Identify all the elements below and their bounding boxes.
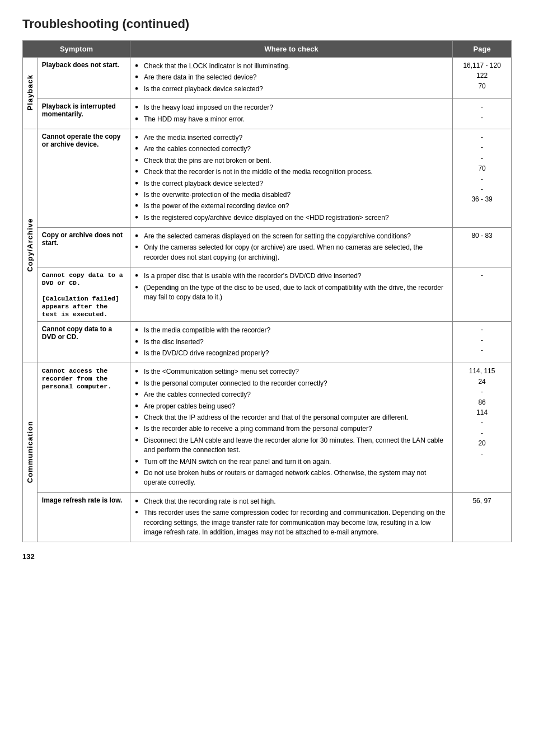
check-cell: ●Is the media compatible with the record…: [130, 322, 453, 363]
check-item: ●Is the correct playback device selected…: [135, 179, 448, 189]
symptom-cell: Cannot access the recorder from the pers…: [37, 363, 130, 492]
check-list: ●Is the heavy load imposed on the record…: [135, 102, 448, 125]
section-label-text: Copy/Archive: [26, 218, 34, 272]
page-value: -: [481, 449, 483, 459]
check-item: ●Are the media inserted correctly?: [135, 133, 448, 143]
section-label-playback: Playback: [23, 58, 38, 129]
page-title: Troubleshooting (continued): [22, 17, 512, 31]
page-value: 70: [478, 164, 485, 173]
page-value: 16,117 - 120: [463, 61, 500, 71]
page-value: -: [481, 336, 483, 345]
check-cell: ●Check that the LOCK indicator is not il…: [130, 58, 453, 99]
check-item: ●Check that the IP address of the record…: [135, 412, 448, 423]
page-value: -: [481, 325, 483, 335]
check-item: (Depending on the type of the disc to be…: [135, 283, 448, 303]
check-item: ●Check that the recorder is not in the m…: [135, 167, 448, 177]
page-cell: --: [453, 99, 512, 129]
page-value: -: [481, 429, 483, 438]
symptom-cell: Cannot operate the copy or archive devic…: [37, 129, 130, 227]
page-cell: 114, 11524-86114--20-: [453, 363, 512, 492]
header-check: Where to check: [130, 41, 453, 58]
check-cell: ●Is the heavy load imposed on the record…: [130, 99, 453, 129]
check-list: ●Are the selected cameras displayed on t…: [135, 231, 448, 263]
page-number: 132: [22, 552, 512, 561]
page-value: 80 - 83: [471, 231, 492, 241]
check-item: ●Is the registered copy/archive device d…: [135, 213, 448, 223]
check-item: ●Check that the LOCK indicator is not il…: [135, 61, 448, 72]
check-list: ●Is the <Communication setting> menu set…: [135, 367, 448, 488]
check-list: ●Are the media inserted correctly?●Are t…: [135, 133, 448, 223]
page-value: 70: [478, 82, 485, 91]
check-item: ●Check that the recording rate is not se…: [135, 496, 448, 507]
check-item: ●Are the selected cameras displayed on t…: [135, 231, 448, 242]
check-item: This recorder uses the same compression …: [135, 508, 448, 538]
check-item: ●Do not use broken hubs or routers or da…: [135, 468, 448, 489]
check-item: ●Is the DVD/CD drive recognized properly…: [135, 348, 448, 359]
page-value: 56, 97: [472, 496, 491, 506]
check-cell: ●Is a proper disc that is usable with th…: [130, 267, 453, 322]
check-item: ●Are the cables connected correctly?: [135, 144, 448, 154]
check-item: ●Is the <Communication setting> menu set…: [135, 367, 448, 377]
check-item: ●Turn off the MAIN switch on the rear pa…: [135, 457, 448, 467]
check-cell: ●Is the <Communication setting> menu set…: [130, 363, 453, 492]
check-list: ●Is a proper disc that is usable with th…: [135, 271, 448, 303]
symptom-cell: Playback does not start.: [37, 58, 130, 99]
check-item: ●Is the recorder able to receive a ping …: [135, 424, 448, 434]
check-item: ●Is the correct playback device selected…: [135, 84, 448, 95]
table-row: Copy or archive does not start.●Are the …: [23, 228, 512, 267]
check-item: ●Are the cables connected correctly?: [135, 389, 448, 400]
page-cell: 16,117 - 12012270: [453, 58, 512, 99]
check-item: ●Is the power of the external recording …: [135, 201, 448, 212]
check-item: ●Are there data in the selected device?: [135, 72, 448, 83]
page-value: -: [481, 154, 483, 163]
page-value: -: [481, 271, 483, 280]
check-list: ●Is the media compatible with the record…: [135, 325, 448, 359]
check-item: ●The HDD may have a minor error.: [135, 114, 448, 125]
table-row: Cannot copy data to a DVD or CD.●Is the …: [23, 322, 512, 363]
symptom-cell: Cannot copy data to a DVD or CD.[Calcula…: [37, 267, 130, 322]
table-row: CommunicationCannot access the recorder …: [23, 363, 512, 492]
page-value: 20: [478, 439, 485, 448]
check-item: ●Disconnect the LAN cable and leave the …: [135, 435, 448, 456]
check-item: ●Is the personal computer connected to t…: [135, 378, 448, 389]
section-label-text: Playback: [26, 74, 34, 110]
header-symptom: Symptom: [23, 41, 130, 58]
section-label-text: Communication: [26, 421, 34, 483]
table-row: Cannot copy data to a DVD or CD.[Calcula…: [23, 267, 512, 322]
section-label-copy-archive: Copy/Archive: [23, 129, 38, 363]
page-value: 114: [476, 408, 488, 417]
page-value: 36 - 39: [471, 195, 492, 204]
table-row: Playback is interrupted momentarily.●Is …: [23, 99, 512, 129]
page-value: -: [481, 387, 483, 397]
check-item: ●Are proper cables being used?: [135, 401, 448, 412]
page-value: -: [481, 113, 483, 123]
check-item: ●Is the heavy load imposed on the record…: [135, 102, 448, 113]
page-value: -: [481, 102, 483, 112]
page-value: 114, 115: [469, 367, 495, 376]
page-cell: -: [453, 267, 512, 322]
troubleshooting-table: Symptom Where to check Page PlaybackPlay…: [22, 40, 512, 542]
check-list: ●Check that the LOCK indicator is not il…: [135, 61, 448, 95]
check-cell: ●Are the media inserted correctly?●Are t…: [130, 129, 453, 227]
check-cell: ●Are the selected cameras displayed on t…: [130, 228, 453, 267]
check-list: ●Check that the recording rate is not se…: [135, 496, 448, 538]
check-item: ●Is a proper disc that is usable with th…: [135, 271, 448, 281]
check-item: Check that the pins are not broken or be…: [135, 156, 448, 166]
symptom-cell: Copy or archive does not start.: [37, 228, 130, 267]
page-value: -: [481, 346, 483, 355]
header-page: Page: [453, 41, 512, 58]
page-cell: ---70--36 - 39: [453, 129, 512, 227]
check-item: ●Is the disc inserted?: [135, 337, 448, 348]
page-value: 86: [478, 398, 485, 407]
page-cell: 56, 97: [453, 492, 512, 542]
section-label-communication: Communication: [23, 363, 38, 542]
page-value: 122: [476, 71, 488, 81]
check-item: ●Is the media compatible with the record…: [135, 325, 448, 336]
check-item: Only the cameras selected for copy (or a…: [135, 242, 448, 263]
table-row: PlaybackPlayback does not start.●Check t…: [23, 58, 512, 99]
table-row: Image refresh rate is low.●Check that th…: [23, 492, 512, 542]
page-cell: ---: [453, 322, 512, 363]
page-cell: 80 - 83: [453, 228, 512, 267]
page-value: -: [481, 133, 483, 142]
check-cell: ●Check that the recording rate is not se…: [130, 492, 453, 542]
